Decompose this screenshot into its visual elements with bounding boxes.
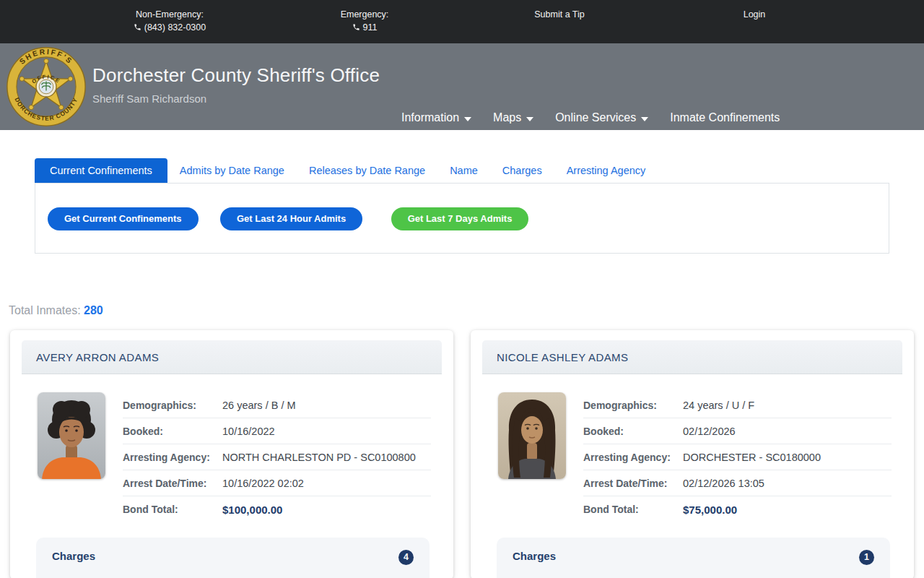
mugshot-photo xyxy=(38,392,105,479)
get-current-confinements-button[interactable]: Get Current Confinements xyxy=(48,207,199,230)
chevron-down-icon xyxy=(464,117,471,121)
nav-item-inmate-confinements[interactable]: Inmate Confinements xyxy=(670,111,780,124)
detail-row-arresting-agency: Arresting Agency: NORTH CHARLESTON PD - … xyxy=(123,444,431,470)
detail-row-demographics: Demographics: 26 years / B / M xyxy=(123,392,431,418)
site-title: Dorchester County Sheriff's Office xyxy=(92,64,380,87)
non-emergency-label: Non-Emergency: xyxy=(72,9,267,20)
login-link[interactable]: Login xyxy=(744,9,766,20)
total-inmates-count: 280 xyxy=(84,304,103,316)
tab-releases-by-date-range[interactable]: Releases by Date Range xyxy=(297,158,437,183)
detail-row-arrest-datetime: Arrest Date/Time: 02/12/2026 13:05 xyxy=(583,470,892,496)
non-emergency-phone-link[interactable]: (843) 832-0300 xyxy=(72,22,267,33)
inmate-details: Demographics: 24 years / U / F Booked: 0… xyxy=(583,392,892,522)
detail-row-booked: Booked: 02/12/2026 xyxy=(583,418,892,444)
tab-current-confinements[interactable]: Current Confinements xyxy=(35,158,167,183)
chevron-down-icon xyxy=(641,117,648,121)
charges-accordion-toggle[interactable]: Charges 4 xyxy=(36,538,430,578)
detail-row-bond-total: Bond Total: $75,000.00 xyxy=(583,496,892,522)
tab-charges[interactable]: Charges xyxy=(490,158,554,183)
detail-row-booked: Booked: 10/16/2022 xyxy=(123,418,431,444)
charges-label: Charges xyxy=(513,550,556,562)
total-inmates-line: Total Inmates: 280 xyxy=(9,304,924,317)
tab-admits-by-date-range[interactable]: Admits by Date Range xyxy=(167,158,297,183)
detail-row-demographics: Demographics: 24 years / U / F xyxy=(583,392,892,418)
main-nav: Information Maps Online Services Inmate … xyxy=(401,111,801,124)
inmate-card: AVERY ARRON ADAMS xyxy=(10,330,453,578)
site-header: SHERIFF'S OFFICE DORCHESTER COUNTY Dorch… xyxy=(0,43,924,130)
confinement-tabs: Current Confinements Admits by Date Rang… xyxy=(35,158,889,183)
detail-row-bond-total: Bond Total: $100,000.00 xyxy=(123,496,431,522)
site-subtitle: Sheriff Sam Richardson xyxy=(92,92,380,105)
nav-item-maps[interactable]: Maps xyxy=(493,111,533,124)
phone-icon xyxy=(134,23,141,31)
emergency-number: 911 xyxy=(363,22,378,33)
non-emergency-number: (843) 832-0300 xyxy=(144,22,206,33)
non-emergency-contact: Non-Emergency: (843) 832-0300 xyxy=(72,9,267,33)
nav-item-information[interactable]: Information xyxy=(401,111,471,124)
inmate-name: NICOLE ASHLEY ADAMS xyxy=(482,340,902,374)
tab-name[interactable]: Name xyxy=(437,158,490,183)
tab-arresting-agency[interactable]: Arresting Agency xyxy=(554,158,658,183)
mugshot-photo xyxy=(498,392,566,479)
tab-panel: Get Current Confinements Get Last 24 Hou… xyxy=(35,183,889,254)
phone-icon xyxy=(352,23,360,31)
emergency-contact: Emergency: 911 xyxy=(267,9,462,33)
get-last-7-days-admits-button[interactable]: Get Last 7 Days Admits xyxy=(391,207,529,230)
emergency-label: Emergency: xyxy=(267,9,462,20)
submit-tip-link[interactable]: Submit a Tip xyxy=(534,9,584,20)
charges-count-badge: 1 xyxy=(859,550,874,565)
top-utility-bar: Non-Emergency: (843) 832-0300 Emergency:… xyxy=(0,0,924,43)
inmate-card: NICOLE ASHLEY ADAMS xyxy=(471,330,914,578)
total-inmates-label: Total Inmates: xyxy=(9,304,81,316)
detail-row-arrest-datetime: Arrest Date/Time: 10/16/2022 02:02 xyxy=(123,470,431,496)
charges-count-badge: 4 xyxy=(398,550,414,565)
get-last-24-hour-admits-button[interactable]: Get Last 24 Hour Admits xyxy=(220,207,362,230)
emergency-phone-link[interactable]: 911 xyxy=(267,22,462,33)
inmate-details: Demographics: 26 years / B / M Booked: 1… xyxy=(123,392,431,522)
sheriff-badge-logo[interactable]: SHERIFF'S OFFICE DORCHESTER COUNTY xyxy=(6,46,87,127)
nav-item-online-services[interactable]: Online Services xyxy=(555,111,648,124)
charges-label: Charges xyxy=(52,550,95,562)
detail-row-arresting-agency: Arresting Agency: DORCHESTER - SC0180000 xyxy=(583,444,892,470)
inmate-name: AVERY ARRON ADAMS xyxy=(22,340,442,374)
charges-accordion-toggle[interactable]: Charges 1 xyxy=(497,538,890,578)
chevron-down-icon xyxy=(526,117,533,121)
